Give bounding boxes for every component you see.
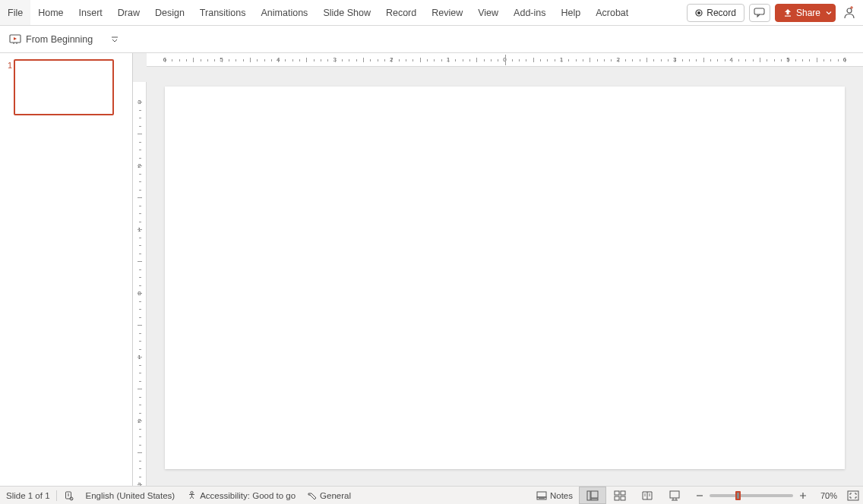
- chevron-down-icon: [826, 10, 832, 16]
- tab-view[interactable]: View: [470, 0, 506, 25]
- status-language[interactable]: English (United States): [80, 487, 182, 504]
- spellcheck-icon: [63, 490, 74, 501]
- tab-home[interactable]: Home: [30, 0, 71, 25]
- reading-view-icon: [641, 490, 653, 501]
- view-normal-button[interactable]: [579, 487, 606, 504]
- slide-thumbnail-row[interactable]: 1: [0, 53, 132, 115]
- svg-rect-3: [785, 15, 791, 16]
- slide-thumbnail-number: 1: [3, 59, 14, 115]
- vertical-ruler: 3210123: [133, 82, 147, 486]
- view-slide-sorter-button[interactable]: [606, 487, 634, 504]
- user-icon: [842, 6, 856, 20]
- svg-rect-14: [591, 499, 598, 500]
- account-button[interactable]: [840, 4, 858, 22]
- notes-icon: [536, 491, 547, 500]
- share-button[interactable]: Share: [775, 4, 836, 22]
- svg-rect-2: [754, 8, 764, 14]
- tab-animations[interactable]: Animations: [254, 0, 316, 25]
- tab-draw[interactable]: Draw: [110, 0, 147, 25]
- status-sensitivity[interactable]: General: [302, 487, 357, 504]
- view-button-group: [579, 487, 688, 504]
- slide-canvas-area[interactable]: [147, 67, 863, 486]
- svg-point-4: [847, 8, 852, 13]
- svg-rect-12: [587, 491, 590, 500]
- horizontal-ruler: 6543210123456: [147, 53, 863, 67]
- status-accessibility[interactable]: Accessibility: Good to go: [181, 487, 302, 504]
- status-spellcheck[interactable]: [57, 487, 80, 504]
- tab-file[interactable]: File: [0, 0, 30, 25]
- ribbon-tabs: File Home Insert Draw Design Transitions…: [0, 0, 863, 26]
- tab-design[interactable]: Design: [147, 0, 192, 25]
- tab-record[interactable]: Record: [378, 0, 424, 25]
- svg-point-1: [697, 11, 700, 14]
- zoom-percent[interactable]: 70%: [814, 491, 843, 500]
- tab-acrobat[interactable]: Acrobat: [588, 0, 636, 25]
- fit-to-window-button[interactable]: [843, 490, 863, 501]
- status-bar: Slide 1 of 1 English (United States) Acc…: [0, 486, 863, 504]
- slideshow-icon: [669, 490, 681, 501]
- zoom-control: [688, 489, 814, 502]
- share-button-label: Share: [796, 8, 820, 18]
- svg-rect-19: [670, 491, 679, 498]
- tab-transitions[interactable]: Transitions: [192, 0, 254, 25]
- accessibility-icon: [187, 490, 197, 500]
- notes-label: Notes: [550, 491, 573, 500]
- slide[interactable]: [165, 87, 845, 469]
- status-slide-counter[interactable]: Slide 1 of 1: [0, 487, 56, 504]
- ribbon-content: From Beginning: [0, 26, 863, 53]
- status-sensitivity-label: General: [320, 491, 351, 500]
- zoom-slider[interactable]: [710, 494, 793, 497]
- status-accessibility-label: Accessibility: Good to go: [200, 491, 296, 500]
- more-options-button[interactable]: [106, 31, 123, 48]
- zoom-slider-thumb[interactable]: [735, 491, 741, 500]
- comment-icon: [754, 8, 765, 17]
- from-beginning-label: From Beginning: [26, 34, 93, 45]
- slide-thumbnail[interactable]: [14, 59, 114, 115]
- from-beginning-button[interactable]: From Beginning: [5, 31, 97, 48]
- svg-rect-13: [591, 491, 598, 498]
- tab-slide-show[interactable]: Slide Show: [315, 0, 378, 25]
- notes-button[interactable]: Notes: [530, 487, 579, 504]
- minus-icon: [696, 492, 703, 499]
- plus-icon: [799, 492, 807, 499]
- svg-rect-20: [848, 491, 858, 500]
- svg-point-8: [191, 491, 193, 493]
- fit-icon: [847, 490, 859, 501]
- tab-help[interactable]: Help: [553, 0, 588, 25]
- tab-add-ins[interactable]: Add-ins: [506, 0, 553, 25]
- record-dot-icon: [695, 9, 703, 17]
- workspace: 1 3210123 6543210123456: [0, 53, 863, 486]
- svg-rect-16: [621, 491, 625, 495]
- svg-rect-10: [537, 492, 546, 497]
- chevron-down-icon: [111, 36, 119, 43]
- comments-button[interactable]: [749, 4, 770, 22]
- tab-insert[interactable]: Insert: [71, 0, 110, 25]
- zoom-out-button[interactable]: [693, 489, 707, 502]
- zoom-in-button[interactable]: [796, 489, 810, 502]
- record-button[interactable]: Record: [687, 4, 744, 22]
- svg-point-9: [309, 494, 310, 495]
- slide-thumbnail-pane[interactable]: 1: [0, 53, 133, 486]
- share-icon: [783, 8, 792, 17]
- tab-review[interactable]: Review: [424, 0, 470, 25]
- present-icon: [9, 34, 21, 45]
- slide-sorter-icon: [614, 490, 626, 501]
- svg-rect-15: [615, 491, 619, 495]
- svg-rect-17: [615, 496, 619, 500]
- tag-icon: [308, 491, 317, 500]
- normal-view-icon: [586, 490, 599, 501]
- view-slideshow-button[interactable]: [661, 487, 688, 504]
- view-reading-button[interactable]: [634, 487, 661, 504]
- svg-rect-18: [621, 496, 625, 500]
- record-button-label: Record: [707, 8, 736, 18]
